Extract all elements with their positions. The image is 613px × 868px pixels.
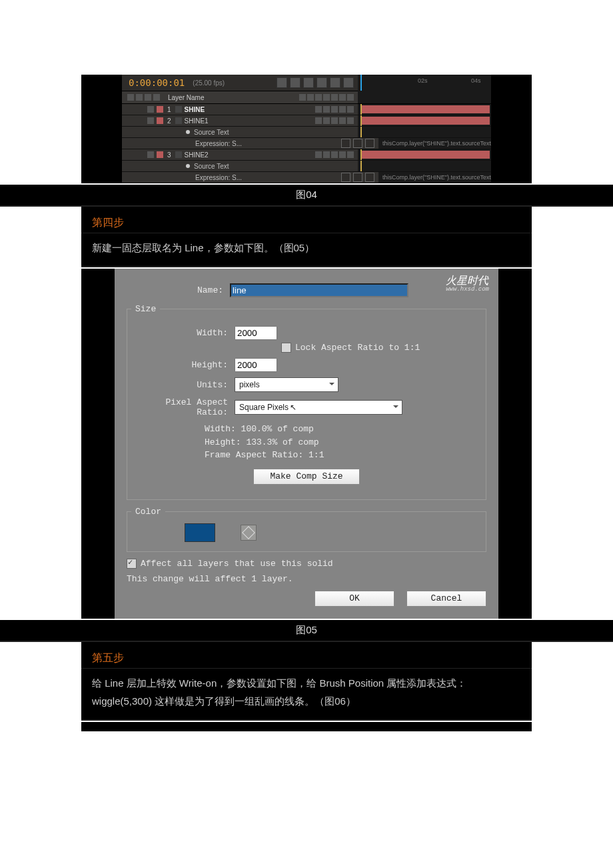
ae-timeline: 0:00:00:01 (25.00 fps) 02s 04s bbox=[122, 75, 491, 183]
timeline-tool-icons bbox=[277, 77, 358, 88]
width-label: Width: bbox=[131, 328, 235, 338]
cti-marker[interactable] bbox=[360, 75, 362, 91]
layer-type-icon bbox=[175, 117, 182, 124]
figure-caption: 图04 bbox=[0, 185, 613, 207]
cancel-button[interactable]: Cancel bbox=[406, 591, 486, 607]
solo-icon[interactable] bbox=[145, 94, 151, 101]
tool-icon[interactable] bbox=[277, 77, 287, 88]
expr-pickwhip-icon[interactable] bbox=[365, 139, 374, 148]
layer-color-icon bbox=[157, 151, 163, 158]
color-swatch[interactable] bbox=[185, 523, 215, 542]
tool-icon[interactable] bbox=[330, 77, 340, 88]
fps-label: (25.00 fps) bbox=[193, 79, 225, 87]
property-row[interactable]: Source Text bbox=[122, 127, 491, 138]
layer-bar[interactable] bbox=[362, 117, 490, 125]
tool-icon[interactable] bbox=[343, 77, 354, 88]
property-name: Source Text bbox=[194, 163, 229, 170]
layer-type-icon bbox=[175, 106, 182, 113]
layer-index: 3 bbox=[167, 151, 171, 159]
time-ruler[interactable]: 02s 04s bbox=[358, 75, 491, 91]
expr-toggle-icon[interactable] bbox=[341, 173, 350, 182]
expr-toggle-icon[interactable] bbox=[341, 139, 350, 148]
twirl-icon[interactable] bbox=[147, 151, 154, 158]
tool-icon[interactable] bbox=[290, 77, 301, 88]
figure-caption: 图05 bbox=[0, 620, 613, 642]
layer-name[interactable]: SHINE1 bbox=[185, 117, 209, 125]
expression-row[interactable]: Expression: S... thisComp.layer("SHINE")… bbox=[122, 172, 491, 183]
par-dropdown[interactable]: Square Pixels↖ bbox=[235, 400, 402, 415]
lock-aspect-checkbox[interactable] bbox=[281, 343, 291, 353]
name-label: Name: bbox=[127, 285, 230, 295]
layer-name[interactable]: SHINE bbox=[185, 106, 205, 113]
twirl-icon[interactable] bbox=[147, 106, 154, 113]
ok-button[interactable]: OK bbox=[314, 591, 394, 607]
step5-title: 第五步 bbox=[81, 642, 532, 669]
expr-graph-icon[interactable] bbox=[353, 173, 362, 182]
layer-row[interactable]: 3 SHINE2 bbox=[122, 149, 491, 161]
layer-index: 2 bbox=[167, 117, 171, 125]
color-group: Color bbox=[127, 507, 486, 552]
eye-icon[interactable] bbox=[127, 94, 134, 101]
stopwatch-icon[interactable] bbox=[186, 164, 190, 168]
twirl-icon[interactable] bbox=[147, 117, 154, 124]
name-input[interactable] bbox=[230, 283, 408, 297]
figure-05: 火星时代 www.hxsd.com Name: Size Width: Lock… bbox=[81, 269, 532, 619]
step4-body: 新建一固态层取名为 Line，参数如下图。（图05） bbox=[81, 233, 532, 267]
expression-row[interactable]: Expression: S... thisComp.layer("SHINE")… bbox=[122, 138, 491, 149]
affect-all-checkbox[interactable] bbox=[127, 559, 137, 569]
ruler-tick: 02s bbox=[418, 77, 428, 84]
layer-bar[interactable] bbox=[362, 105, 490, 113]
lock-aspect-label: Lock Aspect Ratio to 1:1 bbox=[295, 343, 420, 353]
layer-index: 1 bbox=[167, 106, 171, 113]
eyedropper-icon[interactable] bbox=[241, 525, 257, 541]
step4-title: 第四步 bbox=[81, 207, 532, 233]
size-group: Size Width: Lock Aspect Ratio to 1:1 Hei… bbox=[127, 304, 486, 500]
trailing-strip bbox=[81, 722, 532, 731]
par-label: Pixel Aspect Ratio: bbox=[131, 397, 235, 417]
layer-row[interactable]: 2 SHINE1 bbox=[122, 115, 491, 127]
watermark-logo: 火星时代 www.hxsd.com bbox=[446, 274, 489, 293]
layer-name[interactable]: SHINE2 bbox=[185, 151, 209, 159]
height-label: Height: bbox=[131, 360, 235, 370]
ruler-tick: 04s bbox=[471, 77, 481, 84]
affect-all-label: Affect all layers that use this solid bbox=[141, 559, 333, 569]
property-name: Source Text bbox=[194, 129, 229, 136]
property-row[interactable]: Source Text bbox=[122, 161, 491, 172]
expression-label: Expression: S... bbox=[195, 140, 242, 147]
speaker-icon[interactable] bbox=[136, 94, 143, 101]
expression-text[interactable]: thisComp.layer("SHINE").text.sourceText bbox=[382, 174, 491, 181]
size-legend: Size bbox=[131, 304, 160, 314]
units-dropdown[interactable]: pixels bbox=[235, 377, 338, 392]
tool-icon[interactable] bbox=[316, 77, 327, 88]
lock-icon[interactable] bbox=[153, 94, 160, 101]
expression-label: Expression: S... bbox=[195, 174, 242, 181]
units-label: Units: bbox=[131, 380, 235, 390]
av-switch-icons bbox=[122, 94, 160, 101]
step5-body: 给 Line 层加上特效 Write-on，参数设置如下图，给 Brush Po… bbox=[81, 669, 532, 721]
layer-color-icon bbox=[157, 117, 163, 124]
solid-settings-dialog: 火星时代 www.hxsd.com Name: Size Width: Lock… bbox=[115, 269, 498, 619]
color-legend: Color bbox=[131, 507, 165, 517]
height-input[interactable] bbox=[235, 358, 277, 372]
expr-pickwhip-icon[interactable] bbox=[365, 173, 374, 182]
layer-switch-icons bbox=[299, 94, 358, 101]
column-layer-name: Layer Name bbox=[168, 94, 204, 101]
affect-note: This change will affect 1 layer. bbox=[127, 574, 486, 584]
layer-color-icon bbox=[157, 106, 163, 113]
mouse-cursor-icon: ↖ bbox=[290, 403, 297, 412]
tool-icon[interactable] bbox=[303, 77, 314, 88]
figure-04: 0:00:00:01 (25.00 fps) 02s 04s bbox=[81, 75, 532, 183]
make-comp-size-button[interactable]: Make Comp Size bbox=[253, 469, 359, 485]
layer-row[interactable]: 1 SHINE bbox=[122, 104, 491, 115]
stopwatch-icon[interactable] bbox=[186, 130, 190, 134]
expr-graph-icon[interactable] bbox=[353, 139, 362, 148]
layer-bar[interactable] bbox=[362, 151, 490, 159]
size-info: Width: 100.0% of comp Height: 133.3% of … bbox=[205, 423, 482, 462]
width-input[interactable] bbox=[235, 326, 277, 340]
timecode[interactable]: 0:00:00:01 bbox=[122, 77, 193, 88]
layer-type-icon bbox=[175, 151, 182, 158]
expression-text[interactable]: thisComp.layer("SHINE").text.sourceText bbox=[382, 140, 491, 147]
